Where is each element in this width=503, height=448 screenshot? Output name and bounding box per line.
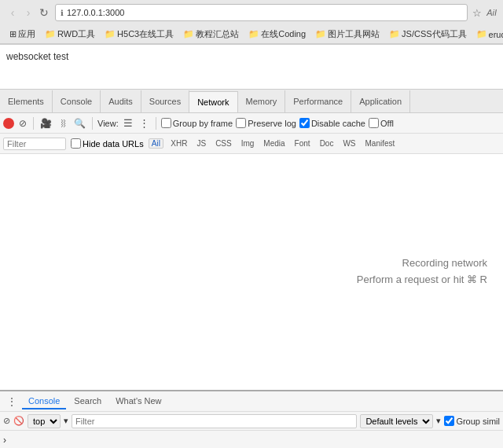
bookmark-jscss[interactable]: 📁 JS/CSS代码工具 [386,28,470,41]
folder-icon: 📁 [389,29,400,39]
tab-application[interactable]: Application [351,90,410,112]
record-button[interactable] [3,118,14,129]
group-by-frame-checkbox[interactable] [161,118,171,128]
reload-button[interactable]: ↻ [38,6,50,19]
tab-elements[interactable]: Elements [0,90,53,112]
filter-toggle-button[interactable]: ⧚ [57,117,69,130]
folder-icon: 📁 [476,29,487,39]
tab-memory[interactable]: Memory [238,90,286,112]
drawer-tab-search[interactable]: Search [68,394,108,409]
drawer-menu-button[interactable]: ⋮ [3,395,20,408]
group-similar-checkbox[interactable] [444,416,454,426]
console-levels-select[interactable]: Default levels [360,414,433,428]
bookmark-rwd[interactable]: 📁 RWD工具 [42,28,98,41]
preserve-log-label[interactable]: Preserve log [236,118,296,128]
console-prompt: › [3,435,6,446]
nav-buttons: ‹ › ↻ [6,6,50,19]
aii-icon[interactable]: AiI [486,8,497,17]
group-similar-text: Group simil [456,417,500,426]
filter-media-button[interactable]: Media [261,138,287,149]
group-by-frame-text: Group by frame [173,119,233,128]
right-icons: ☆ AiI [472,7,497,19]
disable-cache-checkbox[interactable] [299,118,310,128]
view-grid-button[interactable]: ⋮ [138,116,151,130]
filter-all-button[interactable]: AiI [149,138,164,149]
console-drawer-tabs: ⋮ Console Search What's New [0,391,503,412]
offline-text: Offl [380,119,394,128]
bookmark-label: RWD工具 [57,28,95,40]
forward-button[interactable]: › [22,6,35,19]
console-clear-button[interactable]: ⊘ [3,416,10,426]
network-filter-input[interactable] [3,138,66,150]
devtools-toolbar: ⊘ 🎥 ⧚ 🔍 View: ☰ ⋮ Group by frame Preserv… [0,113,503,134]
hide-data-urls-checkbox[interactable] [71,138,81,149]
recording-text: Recording network [357,255,487,272]
devtools-tabs: Elements Console Audits Sources Network … [0,90,503,113]
network-placeholder: Recording network Perform a request or h… [357,255,487,288]
lock-icon: ℹ [61,9,64,17]
folder-icon: 📁 [45,29,56,39]
bookmark-star-icon[interactable]: ☆ [472,7,482,19]
search-button[interactable]: 🔍 [72,117,87,130]
page-content: websocket test [0,45,503,89]
tab-console[interactable]: Console [53,90,101,112]
toolbar-separator [92,117,93,130]
bookmark-label: 应用 [18,28,35,40]
tab-network[interactable]: Network [189,91,237,113]
bookmark-image[interactable]: 📁 图片工具网站 [312,28,383,41]
offline-label[interactable]: Offl [369,118,394,128]
filter-font-button[interactable]: Font [292,138,313,149]
bookmark-apps[interactable]: ⊞ 应用 [6,28,39,41]
address-text: 127.0.0.1:3000 [67,8,124,17]
bookmarks-bar: ⊞ 应用 📁 RWD工具 📁 H5C3在线工具 📁 教程汇总站 📁 在线Codi… [0,25,503,44]
bookmark-tutorials[interactable]: 📁 教程汇总站 [180,28,242,41]
nav-bar: ‹ › ↻ ℹ 127.0.0.1:3000 ☆ AiI [0,0,503,25]
filter-bar: Hide data URLs AiI XHR JS CSS Img Media … [0,134,503,154]
console-context-select[interactable]: top [28,414,61,428]
folder-icon: 📁 [248,29,259,39]
filter-ws-button[interactable]: WS [340,138,358,149]
view-label: View: [97,119,119,128]
apps-grid-icon: ⊞ [9,29,17,39]
folder-icon: 📁 [105,29,116,39]
tab-audits[interactable]: Audits [101,90,141,112]
tab-performance[interactable]: Performance [285,90,351,112]
preserve-log-text: Preserve log [248,119,296,128]
disable-cache-label[interactable]: Disable cache [299,118,365,128]
filter-img-button[interactable]: Img [239,138,257,149]
camera-button[interactable]: 🎥 [39,117,53,130]
stop-recording-button[interactable]: ⊘ [17,117,28,130]
network-main-area: Recording network Perform a request or h… [0,154,503,390]
folder-icon: 📁 [315,29,326,39]
filter-xhr-button[interactable]: XHR [168,138,189,149]
filter-js-button[interactable]: JS [194,138,208,149]
filter-manifest-button[interactable]: Manifest [363,138,398,149]
folder-icon: 📁 [183,29,194,39]
hide-data-urls-text: Hide data URLs [83,139,144,149]
bookmark-label: 教程汇总站 [196,28,239,40]
console-drawer: ⋮ Console Search What's New ⊘ 🚫 top ▾ De… [0,390,503,448]
back-button[interactable]: ‹ [6,6,19,19]
console-toolbar: ⊘ 🚫 top ▾ Default levels ▾ Group simil [0,412,503,431]
preserve-log-checkbox[interactable] [236,118,246,128]
offline-checkbox[interactable] [369,118,379,128]
view-list-button[interactable]: ☰ [122,116,134,130]
filter-css-button[interactable]: CSS [213,138,234,149]
bookmark-coding[interactable]: 📁 在线Coding [245,28,309,41]
drawer-tab-whatsnew[interactable]: What's New [109,394,167,409]
chevron-right-icon: › [3,435,6,446]
address-bar[interactable]: ℹ 127.0.0.1:3000 [55,4,468,21]
filter-doc-button[interactable]: Doc [318,138,336,149]
devtools-panel: Elements Console Audits Sources Network … [0,89,503,448]
tab-sources[interactable]: Sources [141,90,189,112]
group-by-frame-label[interactable]: Group by frame [161,118,233,128]
perform-request-text: Perform a request or hit ⌘ R [357,272,487,288]
bookmark-eruda[interactable]: 📁 eruda-console [473,28,503,40]
console-filter-input[interactable] [72,414,357,428]
group-similar-label[interactable]: Group simil [444,416,500,426]
hide-data-urls-label[interactable]: Hide data URLs [71,138,144,149]
drawer-tab-console[interactable]: Console [22,394,66,409]
bookmark-h5c3[interactable]: 📁 H5C3在线工具 [101,28,177,41]
toolbar-separator [156,117,156,130]
console-stop-button[interactable]: 🚫 [13,416,24,426]
